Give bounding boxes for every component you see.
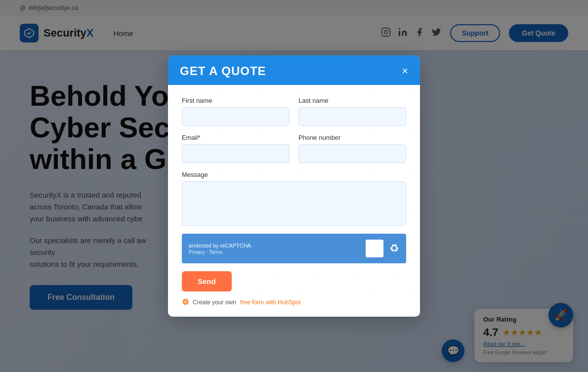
first-name-input[interactable] bbox=[182, 107, 290, 126]
hubspot-text: Create your own bbox=[193, 299, 236, 306]
hubspot-bar: ⚙ Create your own free form with HubSpot bbox=[182, 297, 406, 307]
recaptcha-bar: protected by reCAPTCHA Privacy · Terms ♻ bbox=[182, 234, 406, 263]
send-button[interactable]: Send bbox=[182, 271, 232, 291]
email-label: Email* bbox=[182, 134, 290, 141]
modal-title: GET A QUOTE bbox=[180, 64, 266, 78]
name-row: First name Last name bbox=[182, 97, 406, 126]
modal-header: GET A QUOTE × bbox=[168, 55, 420, 85]
email-group: Email* bbox=[182, 134, 290, 163]
message-group: Message bbox=[182, 171, 406, 226]
recaptcha-links: Privacy · Terms bbox=[189, 249, 251, 255]
first-name-label: First name bbox=[182, 97, 290, 104]
modal-close-button[interactable]: × bbox=[402, 66, 408, 77]
contact-row: Email* Phone number bbox=[182, 134, 406, 163]
recaptcha-right: ♻ bbox=[366, 240, 399, 257]
terms-link[interactable]: Terms bbox=[209, 249, 222, 255]
message-label: Message bbox=[182, 171, 406, 178]
recaptcha-logo: ♻ bbox=[389, 242, 399, 255]
modal-overlay[interactable]: GET A QUOTE × First name Last name Email… bbox=[0, 0, 588, 372]
phone-input[interactable] bbox=[298, 144, 406, 163]
message-input[interactable] bbox=[182, 181, 406, 226]
last-name-group: Last name bbox=[298, 97, 406, 126]
first-name-group: First name bbox=[182, 97, 290, 126]
email-input[interactable] bbox=[182, 144, 290, 163]
get-quote-modal: GET A QUOTE × First name Last name Email… bbox=[168, 55, 420, 317]
hubspot-logo-icon: ⚙ bbox=[182, 297, 189, 307]
last-name-input[interactable] bbox=[298, 107, 406, 126]
recaptcha-text: protected by reCAPTCHA Privacy · Terms bbox=[189, 243, 251, 255]
modal-body: First name Last name Email* Phone number bbox=[168, 85, 420, 317]
recaptcha-protected: protected by reCAPTCHA bbox=[189, 243, 251, 248]
phone-label: Phone number bbox=[298, 134, 406, 141]
phone-group: Phone number bbox=[298, 134, 406, 163]
privacy-link[interactable]: Privacy bbox=[189, 249, 205, 255]
recaptcha-checkbox[interactable] bbox=[366, 240, 383, 257]
last-name-label: Last name bbox=[298, 97, 406, 104]
hubspot-link[interactable]: free form with HubSpot bbox=[240, 299, 301, 306]
